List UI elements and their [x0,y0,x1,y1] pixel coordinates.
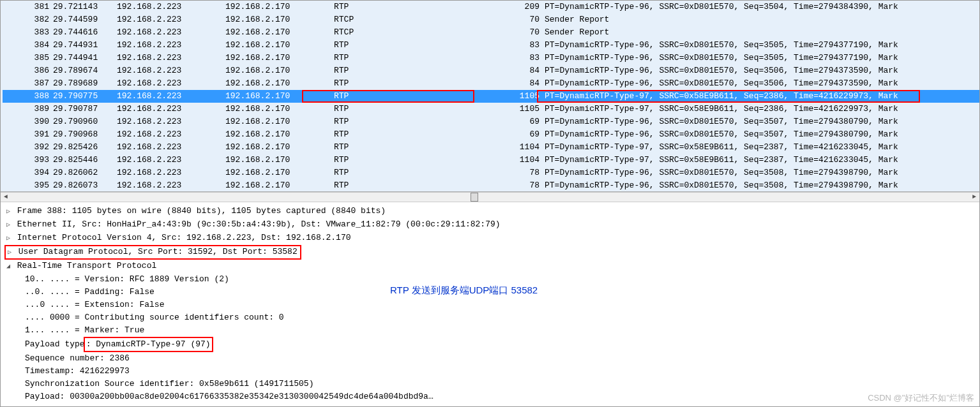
col-destination: 192.168.2.170 [223,103,331,115]
scroll-right-icon[interactable]: ► [969,193,979,202]
packet-row[interactable]: 38629.789674192.168.2.223192.168.2.170RT… [1,64,979,77]
col-length: 209 [510,1,542,13]
rtp-extension[interactable]: ...0 .... = Extension: False [4,299,976,311]
scroll-thumb[interactable] [471,193,478,202]
col-no: 392 [15,141,50,154]
rtp-payload[interactable]: Payload: 00300a200bb00ac8de02004c6176633… [4,390,976,403]
col-destination: 192.168.2.170 [223,166,331,179]
packet-row[interactable]: 39229.825426192.168.2.223192.168.2.170RT… [1,141,979,154]
packet-row[interactable]: 38129.721143192.168.2.223192.168.2.170RT… [1,1,979,13]
scroll-left-icon[interactable]: ◄ [1,193,11,202]
col-length: 1105 [510,90,542,103]
packet-row[interactable]: 38929.790787192.168.2.223192.168.2.170RT… [1,103,979,115]
rtp-payload-type[interactable]: Payload type: DynamicRTP-Type-97 (97) [4,337,976,352]
col-destination: 192.168.2.170 [223,26,331,39]
col-info: PT=DynamicRTP-Type-97, SSRC=0x58E9B611, … [542,141,979,154]
col-destination: 192.168.2.170 [223,1,331,13]
col-source: 192.168.2.223 [114,90,223,103]
col-protocol: RTCP [331,26,510,39]
packet-row[interactable]: 39329.825446192.168.2.223192.168.2.170RT… [1,154,979,166]
rtp-timestamp[interactable]: Timestamp: 4216229973 [4,365,976,378]
expand-icon[interactable]: ▷ [4,232,12,245]
col-length: 78 [510,166,542,179]
expand-icon[interactable]: ▷ [4,219,12,232]
packet-row[interactable]: 38229.744599192.168.2.223192.168.2.170RT… [1,13,979,26]
col-protocol: RTP [331,128,510,141]
col-source: 192.168.2.223 [114,154,223,166]
col-info: PT=DynamicRTP-Type-96, SSRC=0xD801E570, … [542,64,979,77]
col-source: 192.168.2.223 [114,1,223,13]
col-no: 395 [15,179,50,192]
col-length: 78 [510,179,542,192]
col-time: 29.826073 [50,179,114,192]
tree-ethernet[interactable]: ▷ Ethernet II, Src: HonHaiPr_a4:43:9b (9… [4,218,976,232]
col-source: 192.168.2.223 [114,26,223,39]
expand-icon[interactable]: ▷ [6,247,13,258]
packet-row[interactable]: 39029.790960192.168.2.223192.168.2.170RT… [1,115,979,128]
col-no: 391 [15,128,50,141]
tree-udp[interactable]: ▷ User Datagram Protocol, Src Port: 3159… [4,245,976,260]
col-time: 29.825426 [50,141,114,154]
tree-ip[interactable]: ▷ Internet Protocol Version 4, Src: 192.… [4,232,976,245]
col-no: 384 [15,39,50,52]
packet-row[interactable]: 38429.744931192.168.2.223192.168.2.170RT… [1,39,979,52]
col-length: 83 [510,39,542,52]
collapse-icon[interactable]: ◢ [4,260,12,273]
col-source: 192.168.2.223 [114,13,223,26]
col-length: 1105 [510,103,542,115]
col-protocol: RTP [331,154,510,166]
expand-icon[interactable]: ▷ [4,205,12,218]
packet-list-pane[interactable]: 38129.721143192.168.2.223192.168.2.170RT… [1,1,979,192]
packet-row[interactable]: 38329.744616192.168.2.223192.168.2.170RT… [1,26,979,39]
col-length: 84 [510,77,542,90]
col-protocol: RTP [331,115,510,128]
rtp-seq[interactable]: Sequence number: 2386 [4,352,976,365]
col-info: Sender Report [542,26,979,39]
col-protocol: RTP [331,1,510,13]
col-time: 29.721143 [50,1,114,13]
col-info: PT=DynamicRTP-Type-96, SSRC=0xD801E570, … [542,128,979,141]
packet-row[interactable]: 38829.790775192.168.2.223192.168.2.170RT… [1,90,979,103]
col-info: Sender Report [542,13,979,26]
packet-row[interactable]: 38729.789689192.168.2.223192.168.2.170RT… [1,77,979,90]
col-source: 192.168.2.223 [114,52,223,64]
packet-details-pane[interactable]: ▷ Frame 388: 1105 bytes on wire (8840 bi… [1,202,979,406]
col-time: 29.790787 [50,103,114,115]
col-no: 390 [15,115,50,128]
col-no: 387 [15,77,50,90]
col-info: PT=DynamicRTP-Type-96, SSRC=0xD801E570, … [542,115,979,128]
rtp-marker[interactable]: 1... .... = Marker: True [4,324,976,337]
col-destination: 192.168.2.170 [223,90,331,103]
rtp-pt-label: Payload type [25,339,85,349]
col-no: 385 [15,52,50,64]
col-protocol: RTCP [331,13,510,26]
tree-frame[interactable]: ▷ Frame 388: 1105 bytes on wire (8840 bi… [4,205,976,218]
rtp-csrc[interactable]: .... 0000 = Contributing source identifi… [4,311,976,324]
rtp-ssrc[interactable]: Synchronization Source identifier: 0x58e… [4,378,976,390]
packet-row[interactable]: 39429.826062192.168.2.223192.168.2.170RT… [1,166,979,179]
col-protocol: RTP [331,52,510,64]
col-info: PT=DynamicRTP-Type-96, SSRC=0xD801E570, … [542,77,979,90]
col-time: 29.825446 [50,154,114,166]
col-protocol: RTP [331,103,510,115]
highlight-payload-type: : DynamicRTP-Type-97 (97) [84,337,213,352]
packet-row[interactable]: 38529.744941192.168.2.223192.168.2.170RT… [1,52,979,64]
col-destination: 192.168.2.170 [223,13,331,26]
col-protocol: RTP [331,141,510,154]
col-info: PT=DynamicRTP-Type-96, SSRC=0xD801E570, … [542,52,979,64]
packet-row[interactable]: 39129.790968192.168.2.223192.168.2.170RT… [1,128,979,141]
tree-ip-text: Internet Protocol Version 4, Src: 192.16… [17,233,351,242]
packet-row[interactable]: 39529.826073192.168.2.223192.168.2.170RT… [1,179,979,192]
col-source: 192.168.2.223 [114,115,223,128]
col-time: 29.826062 [50,166,114,179]
col-time: 29.744599 [50,13,114,26]
tree-eth-text: Ethernet II, Src: HonHaiPr_a4:43:9b (9c:… [17,219,501,229]
col-time: 29.790960 [50,115,114,128]
tree-rtp[interactable]: ◢ Real-Time Transport Protocol [4,260,976,273]
col-destination: 192.168.2.170 [223,64,331,77]
col-length: 69 [510,115,542,128]
col-info: PT=DynamicRTP-Type-96, SSRC=0xD801E570, … [542,179,979,192]
hscrollbar[interactable]: ◄ ► [1,192,979,202]
col-info: PT=DynamicRTP-Type-97, SSRC=0x58E9B611, … [542,103,979,115]
col-time: 29.789689 [50,77,114,90]
